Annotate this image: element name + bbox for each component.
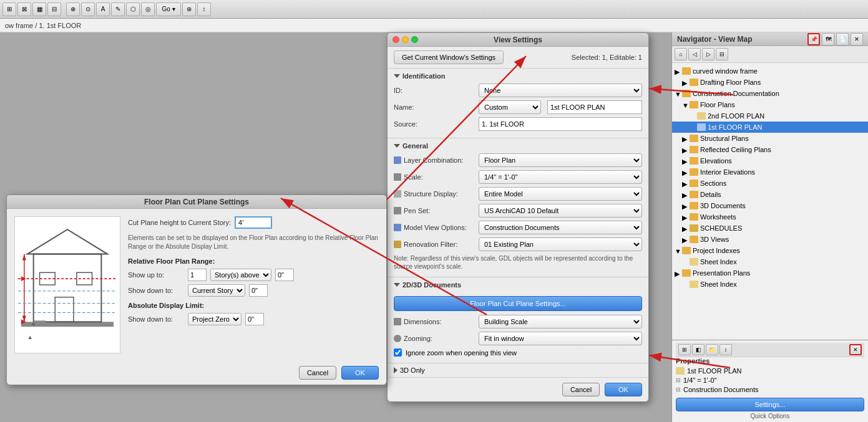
top-toolbar: ⊞ ⊠ ▦ ⊟ ⊕ ⊙ A ✎ ⬡ ◎ Go ▾ ⊛ ↕ <box>0 0 868 19</box>
model-select[interactable]: Construction Documents <box>479 221 642 234</box>
dimensions-label: Dimensions: <box>394 318 475 325</box>
toolbar-btn-2[interactable]: ⊠ <box>17 2 31 16</box>
minimize-traffic-light[interactable] <box>402 36 409 43</box>
name-type-select[interactable]: Custom <box>479 100 541 114</box>
documents-section: 2D/3D Documents Floor Plan Cut Plane Set… <box>388 277 648 363</box>
structure-select[interactable]: Entire Model <box>479 187 642 201</box>
toolbar-btn-4[interactable]: ⊟ <box>47 2 61 16</box>
toolbar-btn-5[interactable]: ⊕ <box>66 2 80 16</box>
properties-settings-button[interactable]: Settings... <box>676 398 864 411</box>
tree-item-sections[interactable]: ▶ Sections <box>672 178 868 189</box>
tree-item-2nd-floor[interactable]: ▶ 2nd FLOOR PLAN <box>672 110 868 122</box>
3d-only-expand-icon[interactable] <box>394 367 397 373</box>
absolute-offset[interactable] <box>245 313 264 325</box>
tree-item-presentation[interactable]: ▶ Presentation Plans <box>672 267 868 279</box>
props-tool-3[interactable]: 📁 <box>706 344 718 355</box>
tree-label-elevations: Elevations <box>700 157 732 165</box>
name-input[interactable] <box>547 100 642 114</box>
tree-item-drafting[interactable]: ▶ Drafting Floor Plans <box>672 77 868 88</box>
zooming-select[interactable]: Fit in window <box>479 332 642 345</box>
tree-arrow-3d-docs: ▶ <box>682 203 688 209</box>
tree-arrow-project-indexes: ▼ <box>675 247 681 254</box>
id-select[interactable]: None <box>479 84 642 97</box>
tree-item-elevations[interactable]: ▶ Elevations <box>672 155 868 166</box>
tree-item-project-indexes[interactable]: ▼ Project Indexes <box>672 245 868 256</box>
scale-icon <box>394 173 401 181</box>
documents-collapse-icon[interactable] <box>394 283 400 287</box>
nav-home-button[interactable]: ⌂ <box>675 48 687 60</box>
show-down-to-select[interactable]: Current Story <box>188 284 245 297</box>
tree-label-reflected: Reflected Ceiling Plans <box>700 146 771 153</box>
toolbar-btn-8[interactable]: ⬡ <box>126 2 140 16</box>
cut-plane-height-input[interactable] <box>235 216 272 229</box>
folder-icon-worksheets <box>690 213 698 221</box>
absolute-select[interactable]: Project Zero <box>188 313 241 325</box>
reno-row: Renovation Filter: 01 Existing Plan <box>394 237 642 251</box>
layer-label: Layer Combination: <box>394 156 475 164</box>
nav-collapse-button[interactable]: ⊟ <box>716 48 728 60</box>
props-tool-close[interactable]: ✕ <box>849 344 862 355</box>
tree-item-floor-plans[interactable]: ▼ Floor Plans <box>672 99 868 110</box>
pen-select[interactable]: US ArchiCAD 10 Default <box>479 204 642 218</box>
get-current-window-button[interactable]: Get Current Window's Settings <box>394 50 504 64</box>
ignore-zoom-checkbox[interactable] <box>394 348 402 357</box>
tree-item-details[interactable]: ▶ Details <box>672 189 868 200</box>
props-tool-4[interactable]: ↕ <box>719 344 732 355</box>
toolbar-btn-go[interactable]: Go ▾ <box>156 2 181 16</box>
reno-select[interactable]: 01 Existing Plan <box>479 237 642 251</box>
toolbar-btn-select[interactable]: A <box>96 2 110 16</box>
tree-item-3d-views[interactable]: ▶ 3D Views <box>672 234 868 245</box>
tree-arrow-floor-plans: ▼ <box>682 102 688 108</box>
floor-plan-cut-plane-button[interactable]: Floor Plan Cut Plane Settings... <box>394 296 642 311</box>
tree-item-structural[interactable]: ▶ Structural Plans <box>672 133 868 144</box>
toolbar-btn-3[interactable]: ▦ <box>32 2 46 16</box>
close-traffic-light[interactable] <box>393 36 399 43</box>
source-input[interactable] <box>479 117 642 131</box>
nav-close-button[interactable]: ✕ <box>851 33 863 46</box>
scale-row: Scale: 1/4" = 1'-0" <box>394 170 642 184</box>
layer-select[interactable]: Floor Plan <box>479 153 642 167</box>
props-tool-1[interactable]: ⊞ <box>678 344 691 355</box>
tree-item-construction[interactable]: ▼ Construction Documentation <box>672 88 868 99</box>
toolbar-btn-10[interactable]: ⊛ <box>182 2 196 16</box>
nav-back-button[interactable]: ◁ <box>688 48 701 60</box>
show-up-to-input[interactable] <box>188 269 207 281</box>
nav-forward-button[interactable]: ▷ <box>702 48 714 60</box>
relative-range-section: Relative Floor Plan Range: Show up to: S… <box>128 257 379 297</box>
toolbar-btn-6[interactable]: ⊙ <box>81 2 95 16</box>
tree-item-sheet-index2[interactable]: ▶ Sheet Index <box>672 279 868 290</box>
view-settings-ok-button[interactable]: OK <box>605 383 642 396</box>
dimensions-select[interactable]: Building Scale <box>479 315 642 328</box>
tree-item-1st-floor[interactable]: ▶ 1st FLOOR PLAN <box>672 122 868 133</box>
reno-icon <box>394 241 401 248</box>
props-tool-2[interactable]: ◧ <box>692 344 705 355</box>
tree-item-3d-docs[interactable]: ▶ 3D Documents <box>672 200 868 211</box>
navigator-panel: Navigator - View Map 📌 🗺 📄 ✕ ⌂ ◁ ▷ ⊟ ▶ c… <box>671 32 868 422</box>
view-settings-cancel-button[interactable]: Cancel <box>562 383 600 396</box>
identification-collapse-icon[interactable] <box>394 74 400 78</box>
tree-item-schedules[interactable]: ▶ SCHEDULES <box>672 223 868 234</box>
maximize-traffic-light[interactable] <box>411 36 418 43</box>
show-down-to-offset[interactable] <box>249 284 268 297</box>
toolbar-btn-7[interactable]: ✎ <box>111 2 125 16</box>
scale-select[interactable]: 1/4" = 1'-0" <box>479 170 642 184</box>
absolute-limit-section: Absolute Display Limit: Show down to: Pr… <box>128 302 379 325</box>
nav-btn-2[interactable]: 📄 <box>836 33 849 46</box>
cut-plane-content: ▲ Cut Plane height to Current Story: Ele… <box>7 209 386 361</box>
cut-plane-cancel-button[interactable]: Cancel <box>299 366 336 380</box>
tree-item-worksheets[interactable]: ▶ Worksheets <box>672 211 868 223</box>
show-up-to-select[interactable]: Story(s) above <box>210 269 271 281</box>
cut-plane-ok-button[interactable]: OK <box>341 366 379 380</box>
tree-item-interior-elev[interactable]: ▶ Interior Elevations <box>672 166 868 178</box>
tree-item-curved[interactable]: ▶ curved window frame <box>672 65 868 77</box>
nav-pin-button[interactable]: 📌 <box>807 33 820 46</box>
toolbar-btn-9[interactable]: ◎ <box>141 2 155 16</box>
show-up-to-offset[interactable] <box>275 269 294 281</box>
nav-btn-1[interactable]: 🗺 <box>822 33 834 46</box>
tree-item-sheet-index[interactable]: ▶ Sheet Index <box>672 256 868 267</box>
toolbar-btn-1[interactable]: ⊞ <box>2 2 16 16</box>
general-collapse-icon[interactable] <box>394 144 400 148</box>
tree-item-reflected[interactable]: ▶ Reflected Ceiling Plans <box>672 144 868 155</box>
tree-label-details: Details <box>700 191 721 198</box>
toolbar-btn-11[interactable]: ↕ <box>197 2 211 16</box>
